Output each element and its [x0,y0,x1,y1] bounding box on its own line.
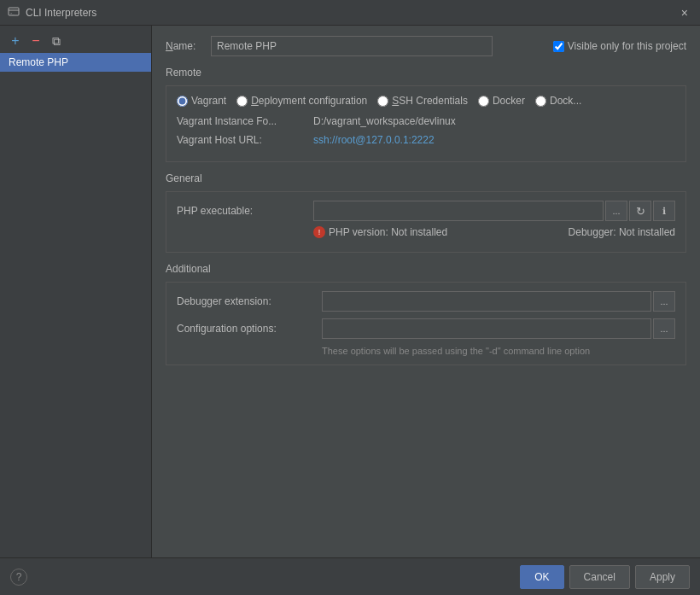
radio-vagrant-label: Vagrant [191,95,226,107]
radio-ssh[interactable]: SSH Credentials [377,95,468,107]
debugger-ext-row: Debugger extension: ... [177,291,675,312]
remote-section: Vagrant Deployment configuration SSH Cre… [166,85,686,162]
php-exec-row: PHP executable: ... ↻ ℹ [177,201,675,221]
php-version-error-icon: ! [313,226,325,238]
additional-section-header: Additional [166,263,686,275]
vagrant-host-link[interactable]: ssh://root@127.0.0.1:2222 [313,134,435,146]
title-bar: >_ CLI Interpreters × [0,0,700,26]
debugger-ext-label: Debugger extension: [177,295,322,307]
remote-radio-group: Vagrant Deployment configuration SSH Cre… [177,95,675,107]
bottom-bar: ? OK Cancel Apply [0,557,700,595]
sidebar: + − ⧉ Remote PHP [0,26,152,557]
php-exec-input[interactable] [313,201,604,221]
visible-only-label: Visible only for this project [568,40,686,52]
radio-docker-input[interactable] [478,96,489,107]
php-exec-refresh-button[interactable]: ↻ [629,201,651,221]
title-bar-text: CLI Interpreters [26,7,676,19]
additional-section: Debugger extension: ... Configuration op… [166,282,686,365]
svg-text:>_: >_ [10,10,15,15]
radio-docker-compose-label: Dock... [550,95,581,107]
php-exec-label: PHP executable: [177,205,313,217]
help-button[interactable]: ? [10,569,27,586]
visible-checkbox-row: Visible only for this project [553,40,686,52]
php-exec-browse-button[interactable]: ... [605,201,627,221]
radio-deployment-input[interactable] [236,96,248,107]
php-version-text: PHP version: Not installed [329,226,569,238]
config-options-browse-button[interactable]: ... [653,318,675,339]
apply-button[interactable]: Apply [635,565,690,589]
vagrant-instance-label: Vagrant Instance Fo... [177,115,313,127]
name-input[interactable] [211,36,493,56]
radio-docker[interactable]: Docker [478,95,525,107]
php-exec-info-button[interactable]: ℹ [653,201,675,221]
app-icon: >_ [7,6,20,20]
sidebar-toolbar: + − ⧉ [0,29,151,53]
config-options-hint: These options will be passed using the "… [177,346,675,356]
radio-vagrant[interactable]: Vagrant [177,95,226,107]
general-section: PHP executable: ... ↻ ℹ ! PHP version: N… [166,191,686,253]
config-options-row: Configuration options: ... [177,318,675,339]
copy-interpreter-button[interactable]: ⧉ [48,32,65,50]
remote-section-header: Remote [166,67,686,79]
visible-only-checkbox[interactable] [553,41,564,52]
vagrant-instance-value: D:/vagrant_workspace/devlinux [313,115,675,127]
config-options-label: Configuration options: [177,323,322,335]
content-area: Name: Visible only for this project Remo… [152,26,700,557]
debugger-ext-input[interactable] [322,291,651,312]
radio-vagrant-input[interactable] [177,96,188,107]
sidebar-item-remote-php[interactable]: Remote PHP [0,53,151,72]
radio-ssh-label: SSH Credentials [392,95,468,107]
main-layout: + − ⧉ Remote PHP Name: Visible only for … [0,26,700,557]
remove-interpreter-button[interactable]: − [27,32,44,50]
radio-docker-label: Docker [493,95,525,107]
radio-docker-compose-input[interactable] [535,96,546,107]
radio-ssh-input[interactable] [377,96,388,107]
name-label: Name: [166,40,204,52]
config-options-input[interactable] [322,318,651,339]
radio-deployment[interactable]: Deployment configuration [236,95,367,107]
close-button[interactable]: × [676,4,693,21]
cancel-button[interactable]: Cancel [569,565,630,589]
name-row: Name: Visible only for this project [166,36,686,56]
debugger-status-text: Debugger: Not installed [569,226,675,238]
php-status-row: ! PHP version: Not installed Debugger: N… [177,226,675,238]
debugger-ext-browse-button[interactable]: ... [653,291,675,312]
vagrant-host-row: Vagrant Host URL: ssh://root@127.0.0.1:2… [177,134,675,146]
vagrant-host-label: Vagrant Host URL: [177,134,313,146]
radio-docker-compose[interactable]: Dock... [535,95,581,107]
vagrant-instance-row: Vagrant Instance Fo... D:/vagrant_worksp… [177,115,675,127]
radio-deployment-label: Deployment configuration [251,95,367,107]
general-section-header: General [166,172,686,184]
add-interpreter-button[interactable]: + [7,32,24,50]
ok-button[interactable]: OK [520,565,563,589]
